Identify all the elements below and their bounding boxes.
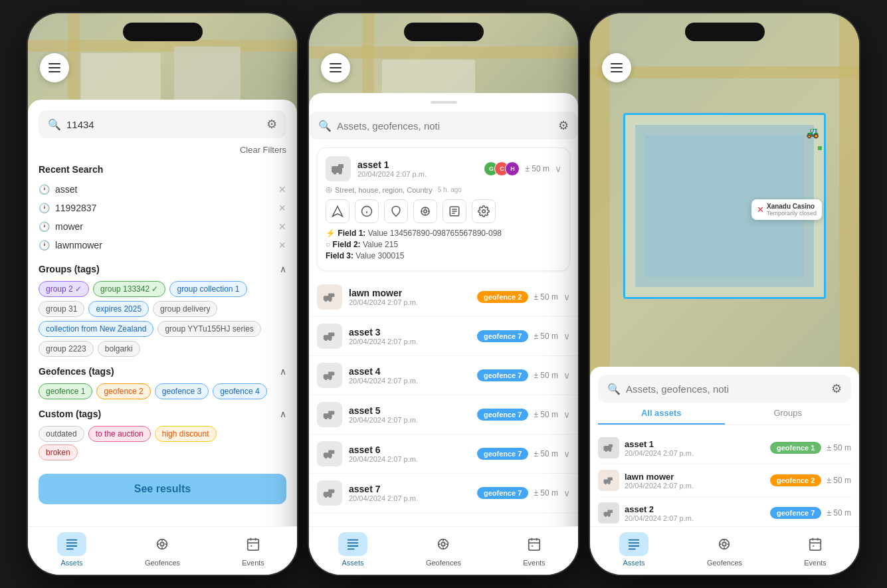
avatar-group-1: G C H (484, 161, 520, 176)
hamburger-button-3[interactable] (602, 53, 631, 82)
close-icon-2[interactable]: ✕ (278, 203, 286, 213)
groups-title: Groups (tags) (39, 264, 100, 274)
field-2: ○ Field 2: Value 215 (326, 240, 561, 249)
tag-group133342[interactable]: group 133342 ✓ (93, 281, 165, 297)
tag-bolgarki[interactable]: bolgarki (98, 341, 140, 357)
recent-item-11992837: 🕐 11992837 ✕ (39, 199, 286, 217)
action-geofence-btn[interactable] (384, 199, 408, 223)
svg-rect-57 (328, 490, 334, 494)
action-settings-btn[interactable] (472, 199, 496, 223)
action-info-btn[interactable] (355, 199, 379, 223)
svg-point-44 (329, 378, 332, 381)
field-3: Field 3: Value 300015 (326, 251, 561, 260)
tag-geofence1[interactable]: geofence 1 (39, 383, 92, 399)
nav-events-3[interactable]: Events (801, 532, 830, 567)
expand-4[interactable]: ∨ (563, 370, 570, 381)
nav-assets-3[interactable]: Assets (619, 532, 648, 567)
close-icon-3[interactable]: ✕ (278, 221, 286, 232)
nav-geofences-1[interactable]: Geofences (145, 532, 180, 567)
expand-icon-1[interactable]: ∨ (555, 163, 561, 174)
action-locate-btn[interactable] (413, 199, 437, 223)
nav-events-label-3: Events (804, 559, 827, 567)
search-icon-1: 🔍 (48, 118, 61, 131)
sm-asset-left-lm: lawn mower 20/04/2024 2:07 p.m. (598, 470, 694, 491)
asset7-name: asset 7 (349, 484, 418, 494)
action-list-btn[interactable] (443, 199, 466, 223)
filter-icon-1[interactable]: ⚙ (266, 117, 277, 132)
distance-3: ± 50 m (534, 332, 558, 341)
nav-geofences-3[interactable]: Geofences (707, 532, 742, 567)
clear-filters-btn[interactable]: Clear Filters (39, 145, 286, 155)
recent-item-lawnmower: 🕐 lawnmower ✕ (39, 236, 286, 254)
asset7-info: asset 7 20/04/2024 2:07 p.m. (349, 484, 418, 502)
search-input-2[interactable] (337, 120, 553, 132)
tag-collection-nz[interactable]: collection from New Zealand (39, 321, 153, 337)
tag-group2[interactable]: group 2 ✓ (39, 281, 89, 297)
nav-geofences-2[interactable]: Geofences (426, 532, 461, 567)
phone-1: 🔍 ⚙ Clear Filters Recent Search 🕐 asset … (28, 13, 297, 575)
geofence-tag-5: geofence 7 (477, 409, 528, 421)
tag-to-auction[interactable]: to the auction (88, 426, 151, 442)
geofences-header: Geofences (tags) ∧ (39, 366, 286, 377)
action-path-btn[interactable] (326, 199, 349, 223)
see-results-button[interactable]: See results (39, 474, 286, 504)
asset6-name: asset 6 (349, 444, 418, 455)
tag-expires2025[interactable]: expires 2025 (88, 301, 149, 317)
tag-geofence2[interactable]: geofence 2 (96, 383, 150, 399)
asset-date-1: 20/04/2024 2:07 p.m. (357, 170, 427, 178)
tag-outdated[interactable]: outdated (39, 426, 84, 442)
filter-icon-3[interactable]: ⚙ (831, 381, 842, 396)
groups-chevron[interactable]: ∧ (280, 264, 286, 274)
lawnmower-name: lawn mower (349, 288, 418, 298)
map-asset-icon: 🚜 (806, 126, 819, 139)
field-1: ⚡ Field 1: Value 134567890-098765567890-… (326, 229, 561, 238)
search-input-1[interactable] (66, 119, 261, 130)
thumb-3 (317, 324, 342, 349)
tag-group-collection1[interactable]: group collection 1 (169, 281, 246, 297)
hamburger-button-1[interactable] (40, 53, 69, 82)
tag-group2223[interactable]: group 2223 (39, 341, 94, 357)
field-list-1: ⚡ Field 1: Value 134567890-098765567890-… (326, 229, 561, 260)
nav-assets-2[interactable]: Assets (338, 532, 367, 567)
expand-5[interactable]: ∨ (563, 409, 570, 420)
custom-chevron[interactable]: ∧ (280, 409, 286, 419)
tag-group31[interactable]: group 31 (39, 301, 84, 317)
geofences-chevron[interactable]: ∧ (280, 366, 286, 377)
hamburger-button-2[interactable] (321, 53, 350, 82)
sm-geofence-tag-2: geofence 7 (770, 507, 821, 519)
nav-events-1[interactable]: Events (239, 532, 268, 567)
thumb-4 (317, 363, 342, 388)
tab-all-assets[interactable]: All assets (598, 403, 725, 425)
tab-groups[interactable]: Groups (725, 403, 852, 425)
expand-6[interactable]: ∨ (563, 448, 570, 459)
casino-status: Temporarily closed (767, 210, 817, 217)
tag-broken[interactable]: broken (39, 444, 78, 460)
expand-3[interactable]: ∨ (563, 331, 570, 342)
tag-group-series[interactable]: group YYTu155HJ series (157, 321, 260, 337)
search-input-3[interactable] (626, 383, 826, 395)
tag-high-discount[interactable]: high discount (155, 426, 217, 442)
custom-header: Custom (tags) ∧ (39, 409, 286, 419)
tag-geofence3[interactable]: geofence 3 (155, 383, 209, 399)
thumb-lawnmower (317, 284, 342, 310)
sm-distance-lm: ± 50 m (827, 476, 851, 485)
recent-search-title: Recent Search (39, 164, 286, 175)
svg-point-35 (325, 300, 328, 302)
phone-notch-3 (685, 23, 765, 41)
close-icon-4[interactable]: ✕ (278, 240, 286, 250)
expand-7[interactable]: ∨ (563, 488, 570, 498)
svg-rect-2 (66, 545, 78, 547)
filter-icon-2[interactable]: ⚙ (558, 118, 569, 133)
tag-geofence4[interactable]: geofence 4 (213, 383, 266, 399)
tag-group-delivery[interactable]: group delivery (153, 301, 217, 317)
expand-lawnmower[interactable]: ∨ (563, 292, 570, 302)
nav-assets-1[interactable]: Assets (57, 532, 86, 567)
nav-events-2[interactable]: Events (520, 532, 549, 567)
recent-item-mower: 🕐 mower ✕ (39, 217, 286, 236)
asset-info-1: asset 1 20/04/2024 2:07 p.m. (357, 159, 427, 178)
geofences-tags: geofence 1 geofence 2 geofence 3 geofenc… (39, 383, 286, 399)
recent-search-section: Recent Search 🕐 asset ✕ 🕐 11992837 ✕ 🕐 m… (39, 164, 286, 254)
map-dot (818, 146, 822, 150)
svg-rect-84 (608, 510, 613, 514)
close-icon-1[interactable]: ✕ (278, 184, 286, 195)
